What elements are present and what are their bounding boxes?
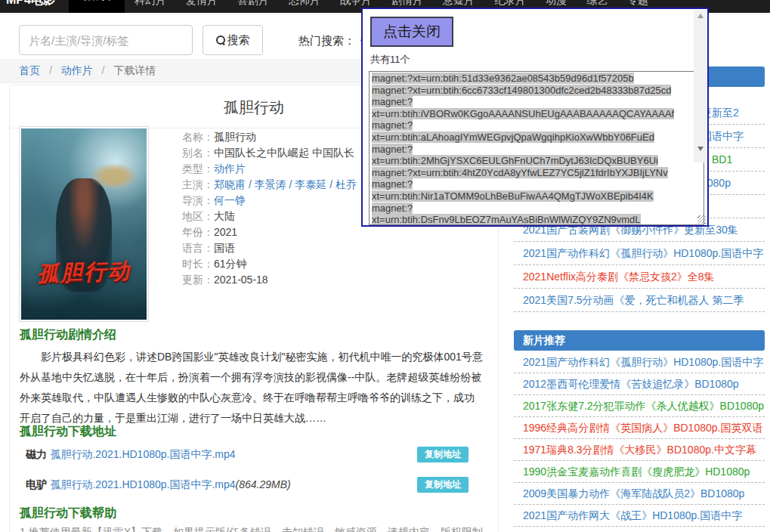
movie-info-row: 别名：中国队长之中队崛起 中国队长 <box>182 145 357 161</box>
magnet-link-line: magnet:? <box>372 119 688 131</box>
breadcrumb-item[interactable]: 下载详情 <box>113 59 156 82</box>
magnet-link-line: xt=urn:btih:Nir1aTOMM9oLhBeBuFiwAA4QMgTJ… <box>372 190 688 203</box>
hot-search: 热门搜索：侣行av玄彬 <box>298 34 363 48</box>
magnet-link-text: magnet:?xt=urn:btih:6cc6733cf149801300df… <box>372 85 671 96</box>
movie-info-row: 类型：动作片 <box>182 161 357 177</box>
breadcrumb-item[interactable]: / <box>102 59 105 82</box>
info-label: 导演： <box>182 194 214 206</box>
search-icon <box>216 36 225 45</box>
breadcrumb-item[interactable]: / <box>49 59 52 82</box>
search-button[interactable]: 搜索 <box>203 25 263 55</box>
nav-item[interactable]: MP4电影 <box>0 0 69 13</box>
sidebar-section2-list: 2021国产动作科幻《孤胆行动》HD1080p.国语中字 2012墨西哥伦理爱情… <box>514 351 765 527</box>
download-file-size: (864.29MB) <box>236 478 291 490</box>
info-value: 61分钟 <box>214 258 247 270</box>
magnet-link-line: xt=urn:btih:aLAhoagIYmWEGpvjQpaWgqihpKio… <box>372 131 688 144</box>
info-value: 何一铮 <box>214 194 246 206</box>
hot-search-label: 热门搜索： <box>298 34 355 47</box>
info-value: 2021 <box>214 226 237 238</box>
poster-artwork: 孤胆行动 <box>21 128 147 320</box>
download-help-text: 1.推荐使用最新【迅雷X】下载，如果提示版/任务错误，未知错误，敏感资源，违规内… <box>20 524 484 532</box>
movie-info-row: 更新：2021-05-18 <box>182 272 357 288</box>
info-label: 别名： <box>182 147 214 159</box>
copy-address-button[interactable]: 复制地址 <box>417 447 468 462</box>
magnet-link-line: magnet:? <box>372 203 688 215</box>
info-label: 语言： <box>182 242 214 254</box>
search-button-label: 搜索 <box>227 33 250 48</box>
info-label: 类型： <box>182 162 214 175</box>
breadcrumb-item[interactable]: 动作片 <box>61 59 93 82</box>
download-rows: 磁力 孤胆行动.2021.HD1080p.国语中字.mp4 复制地址 电驴 孤胆… <box>20 439 484 500</box>
magnet-link-line: magnet:? <box>372 144 688 156</box>
info-label: 时长： <box>182 258 214 270</box>
nav-item[interactable]: 动作片 <box>69 0 125 13</box>
magnet-link-line: xt=urn:btih:DsFnv9LbEOZ7mAuYAsBiBnWlWiZQ… <box>372 214 688 225</box>
magnet-link-text: magnet:?xt=urn:btih:4htZ0YcdA8yYfwLEZ7YC… <box>372 167 668 178</box>
search-input[interactable] <box>19 25 193 55</box>
magnet-link-line: magnet:?xt=urn:btih:4htZ0YcdA8yYfwLEZ7YC… <box>372 167 688 179</box>
info-value: 2021-05-18 <box>214 274 268 286</box>
magnet-link-text: xt=urn:btih:Nir1aTOMM9oLhBeBuFiwAA4QMgTJ… <box>372 190 654 202</box>
textarea-resize-grip-icon[interactable] <box>697 215 706 224</box>
sidebar-movie-link[interactable]: 1971瑞典8.3分剧情《大移民》BD1080p.中文字幕 <box>514 439 765 461</box>
synopsis-heading: 孤胆行动剧情介绍 <box>20 327 116 343</box>
magnet-link-text: xt=urn:btih:iVBORw0KGgoAAAANSUhEUgAAABAA… <box>372 108 674 119</box>
download-type-label: 磁力 <box>26 448 47 460</box>
sidebar-movie-link[interactable]: 1990洪金宝麦嘉动作喜剧《瘦虎肥龙》HD1080p <box>514 461 765 483</box>
movie-info-row: 地区：大陆 <box>182 209 357 224</box>
info-value: 中国队长之中队崛起 中国队长 <box>214 147 354 159</box>
synopsis-text: 影片极具科幻色彩，讲述DB跨国影业"英雄改良计划"秘密实施，初代机中唯一的究极体… <box>20 347 484 428</box>
info-value: 孤胆行动 <box>214 131 256 143</box>
nav-item[interactable]: 恐怖片 <box>279 0 330 13</box>
breadcrumb-item[interactable]: 首页 <box>19 59 40 82</box>
magnet-link-line: magnet:? <box>372 96 688 108</box>
download-file-link[interactable]: 孤胆行动.2021.HD1080p.国语中字.mp4 <box>50 448 235 460</box>
sidebar-movie-link[interactable]: 2012墨西哥伦理爱情《苦妓追忆录》BD1080p <box>514 373 765 395</box>
sidebar-movie-link[interactable]: 2021美国7.5分动画《爱，死亡和机器人 第二季 <box>514 289 765 312</box>
magnet-link-text: xt=urn:btih:2MhGjYSXC6EULGhFnUCh7mDytJ63… <box>372 155 658 166</box>
close-modal-button[interactable]: 点击关闭 <box>370 17 453 47</box>
magnet-link-line: magnet:? <box>372 178 688 190</box>
sidebar-section2-header: 新片推荐 <box>514 330 765 351</box>
movie-info-row: 主演：郑晓甫 / 李景涛 / 李泰延 / 杜乔 <box>182 177 357 193</box>
sidebar-movie-link[interactable]: 2021国产动作科幻《孤胆行动》HD1080p.国语中字 <box>514 242 765 265</box>
sidebar-movie-link[interactable]: 1996经典高分剧情《英国病人》BD1080p.国英双语 <box>514 417 765 439</box>
page: MP4电影 动作片 科幻片 爱情片 喜剧片 恐怖片 战争片 剧情片 悬疑片 纪录… <box>0 0 770 532</box>
magnet-link-text: magnet:? <box>372 119 413 131</box>
download-heading: 孤胆行动下载地址 <box>20 424 116 440</box>
download-file-link[interactable]: 孤胆行动.2021.HD1080p.国语中字.mp4 <box>50 478 235 490</box>
sidebar-movie-link[interactable]: 2009美国暴力动作《海军陆战队员2》BD1080p <box>514 483 765 505</box>
info-label: 更新： <box>182 274 214 286</box>
nav-item[interactable]: 喜剧片 <box>227 0 279 13</box>
info-value: 国语 <box>214 242 235 254</box>
scroll-up-arrow-icon[interactable] <box>694 10 707 22</box>
download-type-label: 电驴 <box>26 478 47 490</box>
info-value: 大陆 <box>214 210 235 222</box>
copy-address-button[interactable]: 复制地址 <box>417 477 468 493</box>
sidebar-movie-link[interactable]: 2021Netflix高分泰剧《禁忌女孩2》全8集 <box>514 265 765 289</box>
magnet-link-line: magnet:?xt=urn:btih:51d33e9362ae08543b59… <box>372 73 688 85</box>
info-label: 主演： <box>182 178 214 190</box>
magnet-link-line: xt=urn:btih:iVBORw0KGgoAAAANSUhEUgAAABAA… <box>372 108 688 120</box>
info-label: 地区： <box>182 210 214 222</box>
movie-info-row: 导演：何一铮 <box>182 193 357 209</box>
download-row: 磁力 孤胆行动.2021.HD1080p.国语中字.mp4 复制地址 <box>20 439 484 469</box>
movie-info-row: 年份：2021 <box>182 224 357 240</box>
movie-info-row: 时长：61分钟 <box>182 256 357 272</box>
magnet-link-text: magnet:? <box>372 178 413 190</box>
nav-item[interactable]: 爱情片 <box>176 0 227 13</box>
magnet-link-text: magnet:?xt=urn:btih:51d33e9362ae08543b59… <box>372 73 634 84</box>
movie-poster: 孤胆行动 <box>19 126 149 322</box>
poster-title-text: 孤胆行动 <box>21 255 147 290</box>
magnet-links-textarea[interactable]: magnet:?xt=urn:btih:51d33e9362ae08543b59… <box>369 71 704 225</box>
scroll-down-arrow-icon[interactable] <box>694 143 707 155</box>
nav-item[interactable]: 科幻片 <box>125 0 176 13</box>
textarea-scrollbar[interactable] <box>694 10 707 162</box>
sidebar-movie-link[interactable]: 2017张东健7.2分犯罪动作《杀人优越权》BD1080p <box>514 395 765 417</box>
info-value: 郑晓甫 / 李景涛 / 李泰延 / 杜乔 <box>214 178 357 190</box>
sidebar-movie-link[interactable]: 2021国产动作网大《战王》HD1080p.国语中字 <box>514 505 765 527</box>
magnet-link-text: magnet:? <box>372 144 413 155</box>
info-label: 名称： <box>182 131 214 143</box>
sidebar-movie-link[interactable]: 2021国产动作科幻《孤胆行动》HD1080p.国语中字 <box>514 351 765 373</box>
magnet-link-line: magnet:?xt=urn:btih:6cc6733cf149801300df… <box>372 85 688 97</box>
